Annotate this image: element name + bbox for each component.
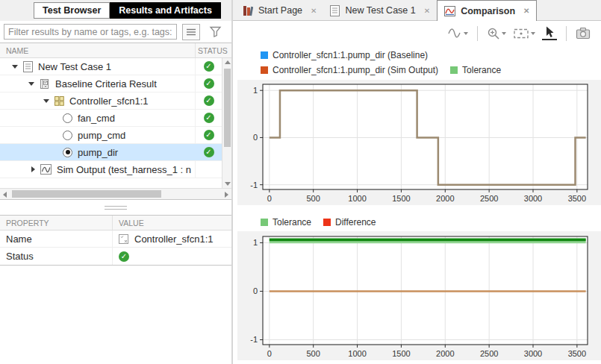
property-label: Status: [0, 251, 112, 262]
tab-new-test-case[interactable]: New Test Case 1: [323, 1, 437, 20]
dropdown-caret-icon[interactable]: [464, 32, 468, 35]
dropdown-caret-icon[interactable]: [502, 32, 506, 35]
tab-comparison[interactable]: Comparison: [437, 0, 537, 21]
filter-row: [0, 21, 231, 43]
scroll-right-icon[interactable]: [225, 192, 228, 198]
vertical-scroll-thumb[interactable]: [224, 69, 231, 147]
comparison-plots: Controller_sfcn1:1.pump_dir (Baseline)Co…: [233, 46, 601, 364]
tree-row-controller-sfcn[interactable]: Controller_sfcn1:1: [0, 92, 222, 110]
zoom-tool-button[interactable]: [487, 27, 506, 40]
svg-text:500: 500: [307, 194, 320, 203]
caret-right-icon[interactable]: [31, 166, 35, 172]
panel-splitter[interactable]: [0, 200, 231, 215]
tree-row-label: pump_dir: [78, 147, 118, 158]
legend-item: Tolerance: [450, 65, 501, 75]
tree-row-sim-output[interactable]: Sim Output (test_harness_1 : n: [0, 161, 222, 178]
svg-text:-1: -1: [250, 335, 258, 344]
legend-label: Difference: [335, 217, 376, 228]
legend-item: Difference: [323, 217, 376, 228]
pass-status-icon: [204, 147, 214, 157]
fit-to-view-button[interactable]: [513, 28, 535, 40]
radio-unselected-icon[interactable]: [63, 131, 72, 140]
comparison-toolbar: [233, 21, 601, 46]
legend-swatch-icon: [261, 66, 268, 74]
svg-text:1000: 1000: [348, 194, 366, 203]
legend-label: Controller_sfcn1:1.pump_dir (Baseline): [273, 50, 428, 60]
pass-status-icon: [119, 251, 129, 262]
close-icon[interactable]: [523, 7, 529, 15]
pass-status-icon: [204, 130, 214, 140]
svg-text:1: 1: [253, 238, 258, 247]
svg-text:1: 1: [253, 86, 258, 95]
scroll-down-icon[interactable]: [225, 182, 231, 186]
caret-down-icon[interactable]: [12, 65, 18, 69]
test-manager-window: Test Browser Results and Artifacts NAME: [0, 0, 601, 364]
saved-filters-button[interactable]: [182, 24, 200, 40]
tab-test-browser[interactable]: Test Browser: [34, 2, 110, 19]
signal-trace-tool-button[interactable]: [446, 27, 468, 40]
scroll-left-icon[interactable]: [3, 192, 7, 198]
column-header-name[interactable]: NAME: [0, 46, 195, 55]
tree-row-new-test-case[interactable]: New Test Case 1: [0, 58, 222, 75]
caret-down-icon[interactable]: [43, 99, 49, 103]
svg-text:0: 0: [267, 349, 272, 358]
close-icon[interactable]: [424, 7, 430, 15]
tree-row-label: New Test Case 1: [38, 61, 111, 72]
column-header-property: PROPERTY: [0, 219, 112, 228]
pointer-tool-button[interactable]: [542, 26, 557, 40]
difference-plot[interactable]: 050010001500200025003000350010-1: [237, 231, 601, 360]
tab-results-and-artifacts[interactable]: Results and Artifacts: [110, 2, 221, 19]
svg-text:2000: 2000: [436, 194, 454, 203]
tree-rows: New Test Case 1 Baseli: [0, 58, 222, 188]
dropdown-caret-icon[interactable]: [531, 32, 535, 35]
signal-trace-icon: [446, 27, 462, 40]
baseline-criteria-icon: [40, 78, 50, 90]
svg-text:1500: 1500: [392, 194, 410, 203]
tree-row-pump-dir[interactable]: pump_dir: [0, 144, 222, 161]
tree-row-fan-cmd[interactable]: fan_cmd: [0, 110, 222, 127]
baseline-plot-legend: Controller_sfcn1:1.pump_dir (Baseline)Co…: [261, 48, 601, 78]
pass-status-icon: [204, 61, 214, 72]
funnel-icon: [209, 25, 222, 38]
radio-selected-icon[interactable]: [63, 148, 72, 157]
scroll-up-icon[interactable]: [225, 60, 231, 64]
sim-output-icon: [40, 164, 52, 175]
legend-swatch-icon: [450, 66, 458, 74]
column-header-status[interactable]: STATUS: [195, 43, 222, 57]
tree-horizontal-scrollbar[interactable]: [0, 188, 231, 199]
tab-label: New Test Case 1: [345, 5, 415, 16]
svg-text:0: 0: [253, 133, 258, 142]
legend-label: Tolerance: [462, 65, 501, 75]
radio-unselected-icon[interactable]: [63, 113, 72, 123]
column-header-value: VALUE: [112, 216, 231, 230]
svg-text:2500: 2500: [480, 194, 498, 203]
tree-row-pump-cmd[interactable]: pump_cmd: [0, 127, 222, 144]
pass-status-icon: [204, 95, 214, 106]
zoom-in-icon: [487, 27, 500, 40]
horizontal-scroll-thumb[interactable]: [12, 190, 161, 198]
camera-icon: [576, 27, 591, 40]
signal-comparison-plot[interactable]: 050010001500200025003000350010-1: [237, 80, 601, 205]
tree-row-label: Sim Output (test_harness_1 : n: [57, 164, 191, 175]
fit-to-view-icon: [513, 28, 529, 40]
right-panel: Start Page New Test Case 1 Comparison: [233, 0, 601, 364]
matrix-result-icon: [119, 234, 128, 244]
test-case-icon: [23, 61, 33, 72]
legend-swatch-icon: [323, 219, 331, 226]
property-row-status[interactable]: Status: [0, 248, 231, 265]
snapshot-button[interactable]: [576, 27, 591, 40]
list-icon: [186, 28, 196, 37]
tab-start-page[interactable]: Start Page: [236, 1, 323, 20]
left-panel: Test Browser Results and Artifacts NAME: [0, 0, 233, 364]
close-icon[interactable]: [311, 7, 317, 15]
filter-funnel-button[interactable]: [207, 24, 223, 40]
tree-row-baseline-criteria[interactable]: Baseline Criteria Result: [0, 75, 222, 92]
caret-down-icon[interactable]: [28, 82, 34, 86]
tab-label: Start Page: [258, 5, 302, 16]
tree-vertical-scrollbar[interactable]: [222, 58, 231, 188]
filter-input[interactable]: [4, 24, 177, 40]
svg-text:3500: 3500: [568, 349, 586, 358]
property-row-name[interactable]: Name Controller_sfcn1:1: [0, 230, 231, 248]
tab-label: Comparison: [461, 6, 515, 16]
legend-item: Controller_sfcn1:1.pump_dir (Sim Output): [261, 65, 438, 75]
